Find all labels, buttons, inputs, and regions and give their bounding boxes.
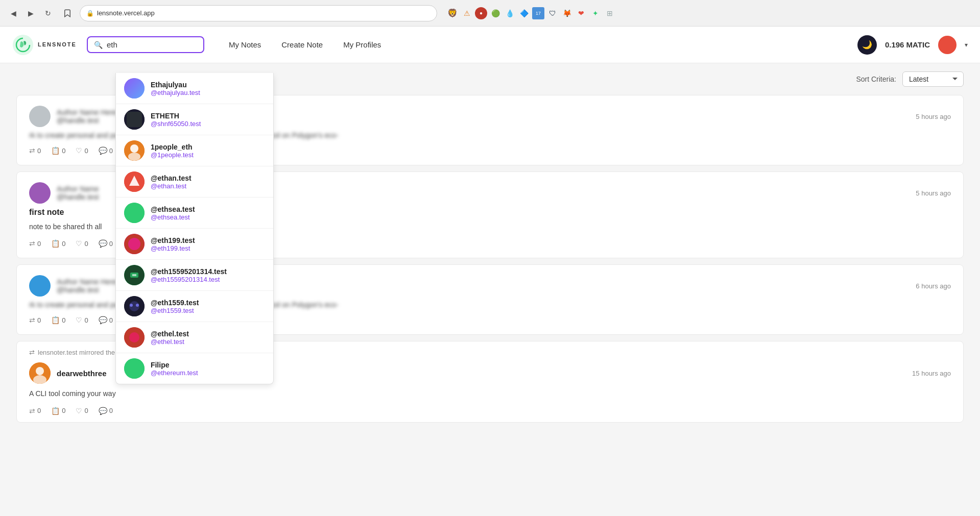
note-mirror-action-4[interactable]: ⇄ 0 xyxy=(29,407,41,415)
like-count-3: 0 xyxy=(84,316,88,324)
dropdown-item-info-etheth: ETHETH @shnf65050.test xyxy=(151,112,201,128)
mirror-icon-4: ⇄ xyxy=(29,407,35,415)
collect-icon-3: 📋 xyxy=(51,316,60,324)
comment-icon-2: 💬 xyxy=(99,239,107,248)
avatar-filipe xyxy=(124,358,145,379)
dropdown-name-1people-eth: 1people_eth xyxy=(151,143,194,151)
svg-point-23 xyxy=(36,367,44,375)
dropdown-item-eth1559[interactable]: @eth1559.test @eth1559.test xyxy=(116,291,273,322)
note-author-info-2: Author Name @handle.test xyxy=(57,185,99,201)
note-author-4: dearwebthree xyxy=(29,362,107,384)
ext-4[interactable]: 🟢 xyxy=(489,7,501,19)
note-avatar-2 xyxy=(29,182,51,204)
avatar-1people-eth xyxy=(124,140,145,161)
note-mirror-action-3[interactable]: ⇄ 0 xyxy=(29,316,41,324)
dropdown-name-etheth: ETHETH xyxy=(151,112,201,120)
ext-6[interactable]: 🔷 xyxy=(518,7,530,19)
sort-select[interactable]: Latest Oldest Most Liked xyxy=(902,71,964,87)
dropdown-name-ethsea: @ethsea.test xyxy=(151,205,195,213)
note-author-name-3: Author Name Here xyxy=(57,278,116,286)
dropdown-item-info-eth15595: @eth15595201314.test @eth15595201314.tes… xyxy=(151,267,227,283)
dropdown-handle-eth1559: @eth1559.test xyxy=(151,307,199,314)
forward-button[interactable]: ▶ xyxy=(23,6,38,20)
dropdown-item-etheth[interactable]: ETHETH @shnf65050.test xyxy=(116,104,273,135)
dark-mode-button[interactable]: 🌙 xyxy=(857,35,877,55)
dropdown-name-ethel: @ethel.test xyxy=(151,330,189,338)
note-comment-action-4[interactable]: 💬 0 xyxy=(99,407,113,415)
svg-point-9 xyxy=(124,203,145,223)
nav-my-notes[interactable]: My Notes xyxy=(221,36,269,53)
nav-my-profiles[interactable]: My Profiles xyxy=(335,36,389,53)
note-collect-action-4[interactable]: 📋 0 xyxy=(51,407,65,415)
dropdown-name-ethajulyau: Ethajulyau xyxy=(151,81,200,89)
note-mirror-action-1[interactable]: ⇄ 0 xyxy=(29,146,41,155)
ext-9[interactable]: 🦊 xyxy=(561,7,573,19)
address-bar[interactable]: 🔒 lensnote.vercel.app xyxy=(80,5,437,21)
comment-icon-4: 💬 xyxy=(99,407,107,415)
note-avatar-4 xyxy=(29,362,51,384)
note-comment-action-3[interactable]: 💬 0 xyxy=(99,316,113,324)
dropdown-item-ethel[interactable]: @ethel.test @ethel.test xyxy=(116,322,273,353)
note-like-action-2[interactable]: ♡ 0 xyxy=(76,239,88,248)
like-icon-2: ♡ xyxy=(76,239,82,248)
note-author-name-2: Author Name xyxy=(57,185,99,193)
ext-12[interactable]: ⊞ xyxy=(604,7,616,19)
avatar-chevron-icon[interactable]: ▾ xyxy=(965,41,968,48)
dropdown-item-filipe[interactable]: Filipe @ethereum.test xyxy=(116,353,273,384)
svg-point-6 xyxy=(128,153,140,161)
note-comment-action-2[interactable]: 💬 0 xyxy=(99,239,113,248)
nav-create-note[interactable]: Create Note xyxy=(273,36,331,53)
note-collect-action-2[interactable]: 📋 0 xyxy=(51,239,65,248)
note-like-action-4[interactable]: ♡ 0 xyxy=(76,407,88,415)
logo-icon xyxy=(12,34,34,56)
matic-balance: 0.196 MATIC xyxy=(885,40,930,49)
note-actions-4: ⇄ 0 📋 0 ♡ 0 💬 0 xyxy=(29,407,951,415)
comment-icon-1: 💬 xyxy=(99,146,107,155)
avatar-ethel xyxy=(124,327,145,348)
search-input[interactable] xyxy=(107,40,197,49)
note-like-action-3[interactable]: ♡ 0 xyxy=(76,316,88,324)
collect-icon-1: 📋 xyxy=(51,146,60,155)
dropdown-item-eth199[interactable]: @eth199.test @eth199.test xyxy=(116,229,273,260)
note-like-action-1[interactable]: ♡ 0 xyxy=(76,146,88,155)
reload-button[interactable]: ↻ xyxy=(41,6,55,20)
comment-count-1: 0 xyxy=(109,147,113,155)
dropdown-item-eth15595[interactable]: @eth15595201314.test @eth15595201314.tes… xyxy=(116,260,273,291)
ext-5[interactable]: 💧 xyxy=(504,7,516,19)
note-comment-action-1[interactable]: 💬 0 xyxy=(99,146,113,155)
user-avatar-button[interactable] xyxy=(938,36,957,54)
mirror-icon-3: ⇄ xyxy=(29,316,35,324)
comment-icon-3: 💬 xyxy=(99,316,107,324)
mirror-count-3: 0 xyxy=(37,316,41,324)
ext-1[interactable]: 🦁 xyxy=(446,7,459,19)
svg-point-5 xyxy=(130,144,138,153)
dropdown-item-ethan[interactable]: @ethan.test @ethan.test xyxy=(116,166,273,198)
dropdown-item-1people-eth[interactable]: 1people_eth @1people.test xyxy=(116,135,273,166)
collect-count-1: 0 xyxy=(62,147,65,155)
comment-count-3: 0 xyxy=(109,316,113,324)
note-collect-action-1[interactable]: 📋 0 xyxy=(51,146,65,155)
note-timestamp-3: 6 hours ago xyxy=(916,282,951,290)
url-text: lensnote.vercel.app xyxy=(97,9,155,17)
dropdown-item-ethsea[interactable]: @ethsea.test @ethsea.test xyxy=(116,198,273,229)
back-button[interactable]: ◀ xyxy=(6,6,20,20)
note-mirror-action-2[interactable]: ⇄ 0 xyxy=(29,239,41,248)
ext-3[interactable]: ● xyxy=(475,7,487,19)
note-author-info-1: Author Name Here @handle.test xyxy=(57,108,116,125)
svg-point-1 xyxy=(124,78,145,99)
note-timestamp-4: 15 hours ago xyxy=(912,370,951,377)
note-avatar-1 xyxy=(29,106,51,127)
bookmark-button[interactable] xyxy=(60,6,75,20)
ext-10[interactable]: ❤ xyxy=(575,7,587,19)
dropdown-handle-filipe: @ethereum.test xyxy=(151,369,198,377)
avatar-etheth xyxy=(124,109,145,130)
note-collect-action-3[interactable]: 📋 0 xyxy=(51,316,65,324)
ext-11[interactable]: ✦ xyxy=(589,7,602,19)
ext-7[interactable]: 17 xyxy=(532,7,544,19)
note-author-handle-2: @handle.test xyxy=(57,193,99,201)
ext-2[interactable]: ⚠ xyxy=(461,7,473,19)
logo-area[interactable]: LENSNOTE xyxy=(12,34,77,56)
dropdown-item-ethajulyau[interactable]: Ethajulyau @ethajulyau.test xyxy=(116,73,273,104)
note-author-name-4: dearwebthree xyxy=(57,369,107,378)
ext-8[interactable]: 🛡 xyxy=(546,7,559,19)
